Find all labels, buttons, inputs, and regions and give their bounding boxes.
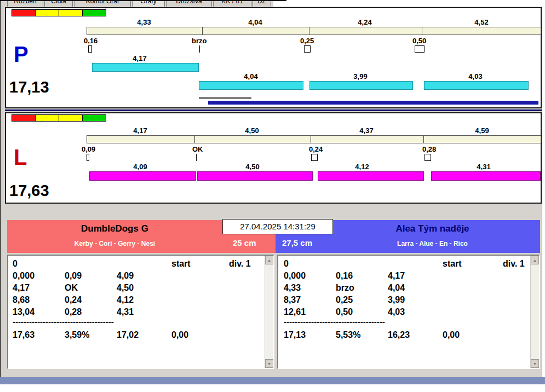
ruler-tick	[422, 27, 422, 34]
split-time-label: 4,33	[137, 18, 151, 26]
result-separator: -------------------------------------	[13, 317, 114, 326]
dog-time-label: 4,12	[355, 163, 369, 171]
sensor-box	[424, 154, 431, 161]
result-total: 0,00	[443, 330, 460, 340]
result-cell: 3,99	[388, 295, 405, 305]
result-cell: OK	[65, 283, 78, 293]
down-arrow-icon: ▼	[533, 362, 537, 366]
result-cell: 4,17	[388, 271, 405, 281]
split-time-label: 4,59	[475, 126, 489, 135]
lane-total-p: 17,13	[9, 79, 49, 96]
result-cell: 0,000	[284, 271, 306, 281]
scrollbar[interactable]: ▲ ▼	[530, 256, 539, 368]
result-cell: 4,50	[117, 283, 134, 293]
sensor-box	[88, 45, 92, 53]
app-background: Rozběh Čidla Kombi Graf Grafy Družstva K…	[0, 0, 542, 384]
result-cell: 8,37	[284, 295, 301, 305]
result-cell: 4,04	[388, 283, 405, 293]
datetime-box: 27.04.2025 14:31:29	[222, 219, 333, 234]
light-green-icon	[82, 9, 106, 16]
down-arrow-icon: ▼	[267, 362, 271, 366]
light-yellow-icon	[59, 114, 83, 122]
scroll-up-button[interactable]: ▲	[265, 256, 273, 264]
scroll-down-button[interactable]: ▼	[531, 359, 539, 368]
scroll-up-button[interactable]: ▲	[531, 256, 539, 264]
lane-letter-l: L	[14, 146, 27, 168]
dog-run-bar	[197, 171, 313, 181]
result-total: 5,53%	[336, 330, 360, 340]
jump-height-right: 27,5 cm	[282, 238, 312, 247]
split-time-label: 4,52	[474, 18, 488, 26]
split-time-label: 4,37	[359, 126, 373, 135]
dog-run-bar	[424, 81, 529, 90]
result-cell: brzo	[336, 283, 354, 293]
ruler-tick	[202, 27, 203, 34]
result-cell: 0	[13, 259, 18, 269]
change-time-label: 0,16	[84, 37, 97, 45]
dog-time-label: 4,03	[468, 72, 482, 80]
light-yellow-icon	[35, 114, 59, 122]
change-time-label: 0,50	[412, 37, 426, 45]
result-separator: -------------------------------------	[284, 317, 385, 326]
scroll-down-button[interactable]: ▼	[265, 359, 273, 368]
light-green-icon	[82, 114, 106, 122]
start-lights-l	[12, 114, 106, 122]
dog-run-bar	[309, 81, 413, 90]
dog-run-bar	[318, 171, 424, 181]
window-top-edge	[1, 0, 286, 1]
app-window: Rozběh Čidla Kombi Graf Grafy Družstva K…	[0, 0, 545, 392]
result-cell: 0,000	[13, 271, 35, 281]
sensor-box	[415, 45, 424, 53]
dog-time-label: 4,31	[477, 163, 490, 171]
result-cell: 0,09	[65, 271, 82, 281]
result-cell: 4,12	[117, 295, 134, 305]
lane-panel-l: 4,17 4,50 4,37 4,59 0,09 OK 0,24 0,28 L …	[5, 112, 542, 204]
results-table-right: 0 start div. 1 0,000 0,16 4,17 4,33 brzo…	[277, 255, 540, 369]
ruler-tick	[309, 27, 309, 34]
ruler-tick	[311, 136, 311, 143]
dog-time-label: 4,17	[133, 54, 146, 62]
scrollbar[interactable]: ▲ ▼	[265, 256, 273, 368]
result-cell: 0,24	[65, 295, 82, 305]
ruler-tick	[194, 136, 195, 143]
result-total: 16,23	[388, 330, 410, 340]
split-time-label: 4,24	[358, 18, 371, 26]
result-cell: 4,09	[117, 271, 134, 281]
sensor-box	[87, 154, 89, 161]
results-table-left: 0 start div. 1 0,000 0,09 4,09 4,17 OK 4…	[7, 255, 274, 369]
result-cell: 0,50	[336, 307, 353, 317]
split-time-label: 4,50	[245, 126, 259, 135]
result-cell: 4,31	[117, 307, 134, 317]
progress-line	[199, 97, 251, 99]
result-cell: 12,61	[284, 307, 306, 317]
team-dogs-left: Kerby - Cori - Gerry - Nesi	[7, 240, 222, 247]
sensor-tick	[199, 45, 200, 53]
result-cell: div. 1	[503, 259, 525, 269]
result-total: 17,63	[13, 330, 35, 340]
result-total: 17,13	[284, 330, 306, 340]
light-red-icon	[12, 9, 36, 16]
change-time-label: 0,24	[309, 145, 323, 153]
dog-time-label: 3,99	[353, 72, 367, 80]
tabbar-right-gap	[273, 0, 543, 7]
result-cell: 4,03	[388, 307, 405, 317]
bottom-bar	[0, 377, 545, 384]
up-arrow-icon: ▲	[533, 258, 537, 262]
change-time-label: brzo	[192, 37, 206, 45]
lane-letter-p: P	[14, 43, 28, 65]
change-time-label: 0,25	[300, 37, 314, 45]
dog-run-bar	[92, 63, 199, 72]
result-cell: 0,28	[65, 307, 82, 317]
result-cell: 13,04	[13, 307, 35, 317]
lane-total-l: 17,63	[9, 182, 49, 200]
up-arrow-icon: ▲	[267, 258, 271, 262]
split-time-label: 4,04	[248, 18, 262, 26]
start-lights-p	[12, 9, 106, 16]
result-cell: 4,17	[13, 283, 30, 293]
change-time-label: 0,28	[422, 145, 436, 153]
dog-time-label: 4,04	[244, 72, 257, 80]
dog-run-bar	[89, 171, 196, 181]
dog-time-label: 4,50	[245, 163, 259, 171]
result-total: 3,59%	[65, 330, 89, 340]
result-cell: 0,25	[336, 295, 353, 305]
